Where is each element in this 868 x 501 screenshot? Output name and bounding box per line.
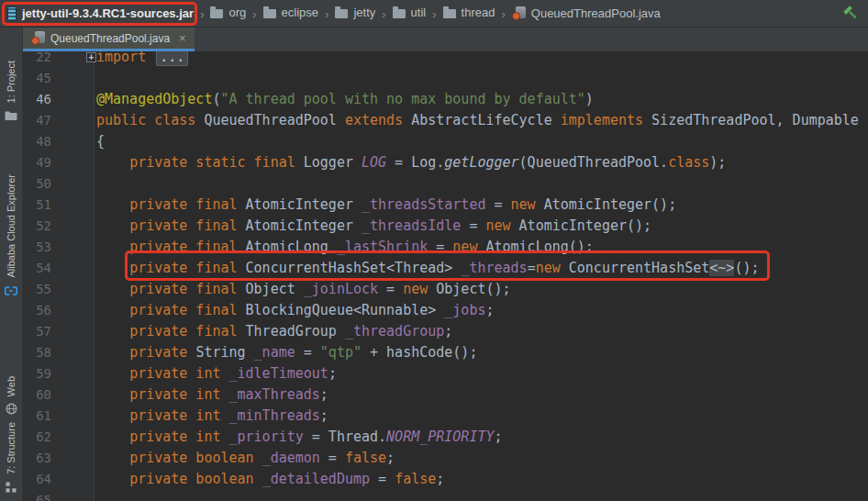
code-editor[interactable]: 22import ...4546@ManagedObject("A thread… <box>23 51 868 501</box>
stripe-button-structure[interactable]: 7: Structure <box>0 422 22 496</box>
breadcrumb-folder[interactable]: thread <box>443 6 495 19</box>
code-line[interactable]: 48{ <box>23 131 868 152</box>
code-line[interactable]: 57 private final ThreadGroup _threadGrou… <box>23 321 868 342</box>
code-text <box>95 68 96 89</box>
breadcrumb-file[interactable]: QueuedThreadPool.java <box>512 6 661 20</box>
breadcrumb-folder[interactable]: util <box>393 6 427 19</box>
line-number: 62 <box>23 427 95 448</box>
code-line[interactable]: 50 <box>23 173 868 195</box>
stripe-button-globe[interactable]: Web <box>0 376 22 418</box>
line-number: 46 <box>23 89 95 110</box>
line-number: 64 <box>23 469 95 490</box>
code-line[interactable]: 47public class QueuedThreadPool extends … <box>23 110 868 131</box>
line-number: 59 <box>23 363 95 384</box>
code-text: private int _idleTimeout; <box>95 363 337 384</box>
line-number: 55 <box>23 279 95 300</box>
build-hammer-icon[interactable] <box>843 6 859 21</box>
code-line[interactable]: 63 private boolean _daemon = false; <box>23 448 868 469</box>
code-line[interactable]: 60 private int _maxThreads; <box>23 384 868 406</box>
code-line[interactable]: 46@ManagedObject("A thread pool with no … <box>23 89 868 110</box>
stripe-label: 7: Structure <box>6 422 17 474</box>
code-line[interactable]: 55 private final Object _joinLock = new … <box>23 279 868 300</box>
breadcrumb-folder[interactable]: eclipse <box>263 6 318 19</box>
code-text: private boolean _daemon = false; <box>95 448 395 469</box>
line-number: 49 <box>23 152 95 173</box>
code-text: private final Object _joinLock = new Obj… <box>95 279 511 300</box>
code-line[interactable]: 51 private final AtomicInteger _threadsS… <box>23 195 868 216</box>
code-text: private final ConcurrentHashSet<Thread> … <box>95 258 760 279</box>
line-number: 22 <box>23 51 95 68</box>
code-text: private final ThreadGroup _threadGroup; <box>95 321 452 342</box>
folder-icon <box>210 9 223 18</box>
jar-name-label: jetty-util-9.3.4.RC1-sources.jar <box>22 6 194 20</box>
code-text: private final AtomicLong _lastShrink = n… <box>95 237 594 258</box>
line-number: 47 <box>23 110 95 131</box>
code-line[interactable]: 54 private final ConcurrentHashSet<Threa… <box>23 258 868 279</box>
code-text: private boolean _detailedDump = false; <box>95 469 444 490</box>
java-class-icon <box>512 6 526 20</box>
tool-window-stripe: 1: ProjectAlibaba Cloud ExplorerWeb7: St… <box>0 28 23 501</box>
breadcrumb-folder[interactable]: org <box>210 6 246 19</box>
code-line[interactable]: 22import ... <box>23 51 868 68</box>
close-icon[interactable]: × <box>179 31 186 45</box>
code-text: private final BlockingQueue<Runnable> _j… <box>95 300 495 321</box>
breadcrumb-separator: › <box>382 7 385 21</box>
structure-icon <box>6 480 17 496</box>
stripe-label: Alibaba Cloud Explorer <box>6 174 17 278</box>
jar-archive-icon <box>7 6 17 21</box>
code-line[interactable]: 61 private int _minThreads; <box>23 406 868 427</box>
breadcrumb: ›org›eclipse›jetty›util›thread› <box>194 6 512 22</box>
code-line[interactable]: 59 private int _idleTimeout; <box>23 363 868 384</box>
line-number: 65 <box>23 490 95 501</box>
breadcrumb-file-label: QueuedThreadPool.java <box>531 6 661 20</box>
breadcrumb-separator: › <box>252 7 256 21</box>
line-number: 50 <box>23 173 95 195</box>
line-number: 56 <box>23 300 95 321</box>
tab-label: QueuedThreadPool.java <box>50 32 170 45</box>
globe-icon <box>6 402 17 418</box>
code-text: { <box>95 131 105 152</box>
code-line[interactable]: 52 private final AtomicInteger _threadsI… <box>23 216 868 237</box>
breadcrumb-separator: › <box>432 7 436 21</box>
code-line[interactable]: 56 private final BlockingQueue<Runnable>… <box>23 300 868 321</box>
code-line[interactable]: 64 private boolean _detailedDump = false… <box>23 469 868 490</box>
code-text: private int _minThreads; <box>95 406 328 427</box>
breadcrumb-bar: jetty-util-9.3.4.RC1-sources.jar ›org›ec… <box>0 0 868 28</box>
tab-queuedthreadpool[interactable]: QueuedThreadPool.java × <box>23 28 195 51</box>
line-number: 48 <box>23 131 95 152</box>
code-line[interactable]: 62 private int _priority = Thread.NORM_P… <box>23 427 868 448</box>
fold-expand-icon[interactable]: + <box>86 52 96 62</box>
alibaba-cloud-icon <box>4 284 18 300</box>
line-number: 54 <box>23 258 95 279</box>
code-text: import ... <box>95 51 188 68</box>
line-number: 60 <box>23 384 95 406</box>
code-text: private final AtomicInteger _threadsIdle… <box>95 216 651 237</box>
code-text <box>95 173 96 195</box>
editor-tab-bar: QueuedThreadPool.java × <box>23 28 868 51</box>
java-class-icon <box>31 31 45 45</box>
code-line[interactable]: 58 private String _name = "qtp" + hashCo… <box>23 342 868 363</box>
line-number: 51 <box>23 195 95 216</box>
code-text: private int _priority = Thread.NORM_PRIO… <box>95 427 503 448</box>
line-number: 52 <box>23 216 95 237</box>
code-line[interactable]: 45 <box>23 68 868 89</box>
breadcrumb-jar[interactable]: jetty-util-9.3.4.RC1-sources.jar <box>7 6 194 21</box>
folder-icon <box>443 9 456 18</box>
line-number: 53 <box>23 237 95 258</box>
code-line[interactable]: 53 private final AtomicLong _lastShrink … <box>23 237 868 258</box>
breadcrumb-folder[interactable]: jetty <box>335 6 375 19</box>
breadcrumb-separator: › <box>325 7 328 21</box>
folder-icon <box>335 9 348 18</box>
stripe-button-project-folder[interactable]: 1: Project <box>0 61 22 125</box>
code-text: private final AtomicInteger _threadsStar… <box>95 195 676 216</box>
line-number: 61 <box>23 406 95 427</box>
code-line[interactable]: 65 <box>23 490 868 501</box>
stripe-button-alibaba-cloud[interactable]: Alibaba Cloud Explorer <box>0 174 22 300</box>
line-number: 58 <box>23 342 95 363</box>
line-number: 45 <box>23 68 95 89</box>
stripe-label: 1: Project <box>6 61 17 103</box>
code-text: @ManagedObject("A thread pool with no ma… <box>95 89 594 110</box>
code-line[interactable]: 49 private static final Logger LOG = Log… <box>23 152 868 173</box>
code-text: public class QueuedThreadPool extends Ab… <box>95 110 859 131</box>
folder-icon <box>393 9 406 18</box>
